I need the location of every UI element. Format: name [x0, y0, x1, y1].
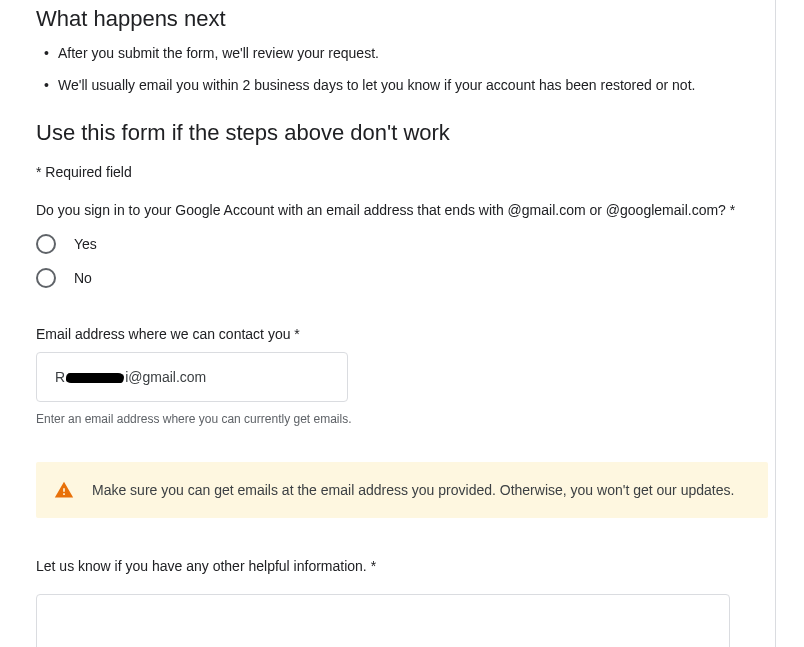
warning-text: Make sure you can get emails at the emai… — [92, 480, 734, 500]
what-happens-next-heading: What happens next — [36, 6, 768, 32]
contact-email-helper: Enter an email address where you can cur… — [36, 412, 768, 426]
other-info-label: Let us know if you have any other helpfu… — [36, 558, 768, 574]
email-suffix: i@gmail.com — [125, 369, 206, 385]
signin-radio-group: Yes No — [36, 234, 768, 288]
contact-email-input[interactable]: Ri@gmail.com — [36, 352, 348, 402]
redaction-mark — [66, 373, 124, 383]
radio-no[interactable]: No — [36, 268, 768, 288]
warning-icon — [54, 480, 74, 500]
contact-email-value: Ri@gmail.com — [55, 369, 206, 385]
other-info-textarea[interactable] — [36, 594, 730, 647]
radio-no-label: No — [74, 270, 92, 286]
radio-yes[interactable]: Yes — [36, 234, 768, 254]
list-item: After you submit the form, we'll review … — [40, 42, 768, 64]
radio-circle-icon — [36, 268, 56, 288]
required-field-note: * Required field — [36, 164, 768, 180]
radio-circle-icon — [36, 234, 56, 254]
what-happens-next-list: After you submit the form, we'll review … — [36, 42, 768, 96]
signin-question-label: Do you sign in to your Google Account wi… — [36, 200, 768, 220]
radio-yes-label: Yes — [74, 236, 97, 252]
vertical-divider — [775, 0, 776, 647]
list-item: We'll usually email you within 2 busines… — [40, 74, 768, 96]
contact-email-label: Email address where we can contact you * — [36, 326, 768, 342]
form-heading: Use this form if the steps above don't w… — [36, 120, 768, 146]
email-prefix: R — [55, 369, 65, 385]
email-warning-alert: Make sure you can get emails at the emai… — [36, 462, 768, 518]
